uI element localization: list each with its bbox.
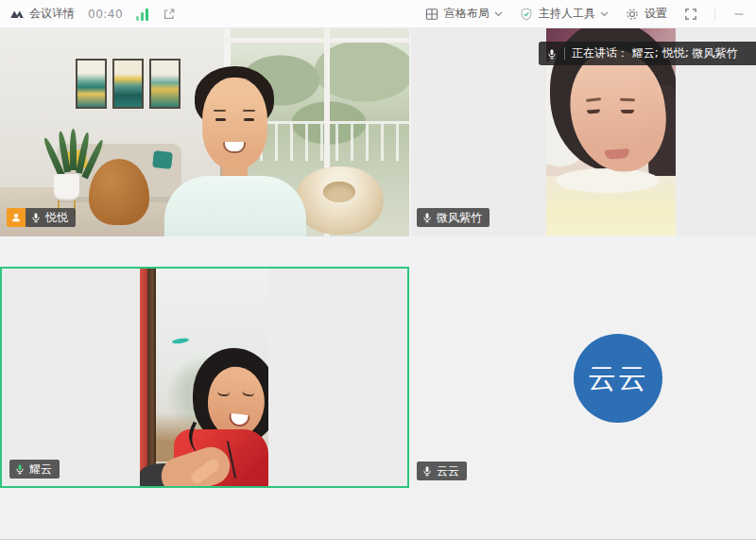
plant-pot: [54, 174, 79, 200]
video-tile-yaoyun[interactable]: 耀云: [0, 267, 409, 488]
person-eye: [244, 118, 254, 121]
participant-label-weifengzizhu: 微风紫竹: [417, 208, 490, 227]
chevron-down-icon: [600, 11, 609, 17]
avatar: 云云: [574, 334, 662, 423]
meeting-details-button[interactable]: 会议详情: [9, 6, 75, 22]
mic-speaking-icon: [14, 463, 26, 475]
host-tools-label: 主持人工具: [539, 6, 595, 22]
wall-painting: [76, 59, 107, 109]
portrait-video-area: [546, 0, 676, 236]
door-frame-red: [140, 269, 147, 486]
settings-button[interactable]: 设置: [625, 6, 667, 22]
settings-gear-icon: [625, 7, 640, 22]
meeting-logo-icon: [9, 7, 25, 22]
grid-layout-button[interactable]: 宫格布局: [424, 6, 503, 22]
speaking-toast: 正在讲话： 耀云; 悦悦; 微风紫竹: [539, 42, 756, 65]
bottom-strip: [0, 489, 756, 540]
chevron-down-icon: [494, 11, 503, 17]
person-face: [202, 78, 267, 169]
dragonfly: [172, 338, 190, 344]
mic-icon: [546, 48, 558, 60]
person-eyebrow: [620, 98, 635, 102]
collapse-toolbar-icon[interactable]: [731, 7, 747, 22]
participant-name: 悦悦: [45, 210, 68, 226]
toast-divider: [564, 47, 565, 60]
person-eye: [621, 110, 634, 113]
person-eyebrow: [214, 110, 226, 112]
participant-label-yueyue: 悦悦: [7, 208, 76, 227]
popout-window-icon[interactable]: [162, 7, 177, 22]
beanbag-fold: [323, 182, 355, 202]
participant-label-yunyun: 云云: [417, 462, 467, 480]
wall-painting: [149, 59, 180, 109]
participant-name: 云云: [437, 463, 459, 479]
meeting-timer: 00:40: [88, 8, 123, 21]
grid-layout-label: 宫格布局: [444, 6, 490, 22]
video-tile-yunyun[interactable]: 云云 云云: [411, 267, 756, 488]
host-tools-button[interactable]: 主持人工具: [519, 6, 609, 22]
person-body: [164, 176, 306, 236]
host-badge: [7, 208, 26, 227]
network-signal-icon: [136, 8, 148, 21]
video-tile-yueyue[interactable]: 悦悦: [0, 0, 409, 236]
mic-icon: [421, 465, 433, 477]
mic-icon: [421, 212, 433, 223]
sofa-pillow: [152, 150, 173, 169]
top-toolbar: 会议详情 00:40 宫格布局: [0, 0, 756, 28]
person-eye: [215, 118, 226, 121]
fullscreen-icon[interactable]: [683, 7, 698, 22]
toolbar-divider: [714, 7, 715, 21]
grid-layout-icon: [424, 7, 439, 22]
window-mullion: [224, 38, 409, 43]
participant-name: 耀云: [29, 462, 52, 478]
meeting-details-label: 会议详情: [29, 6, 75, 22]
video-tile-weifengzizhu[interactable]: 微风紫竹: [411, 0, 756, 236]
meeting-window: 会议详情 00:40 宫格布局: [0, 0, 756, 540]
avatar-text: 云云: [588, 359, 648, 398]
participant-name: 微风紫竹: [437, 210, 482, 226]
speaking-toast-text: 正在讲话： 耀云; 悦悦; 微风紫竹: [572, 45, 738, 61]
mic-icon: [30, 212, 42, 223]
door-frame-dark: [147, 269, 156, 486]
settings-label: 设置: [644, 6, 667, 22]
plant-leaf: [70, 129, 77, 170]
host-tools-shield-icon: [519, 7, 534, 22]
participant-label-yaoyun: 耀云: [9, 460, 60, 479]
wall-painting: [112, 59, 144, 109]
host-person-icon: [10, 212, 22, 223]
person-collar: [556, 168, 660, 193]
person-eyebrow: [243, 110, 255, 112]
portrait-video-area: [140, 269, 268, 486]
